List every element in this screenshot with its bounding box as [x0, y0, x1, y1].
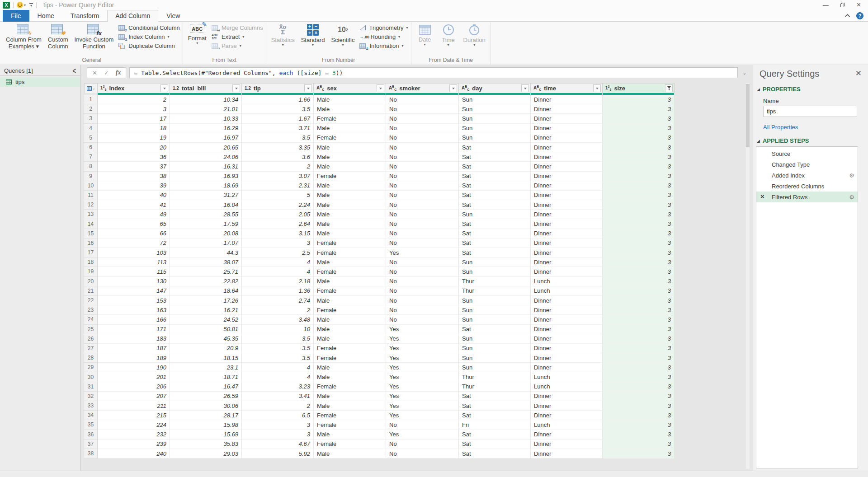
grid-cell[interactable]: No — [386, 143, 459, 152]
grid-cell[interactable]: 21.01 — [170, 104, 242, 114]
grid-cell[interactable]: Female — [314, 440, 386, 449]
grid-cell[interactable]: Female — [314, 420, 386, 430]
grid-cell[interactable]: 50.81 — [170, 325, 242, 334]
grid-cell[interactable]: Sun — [459, 124, 531, 133]
grid-cell[interactable]: 18.69 — [170, 181, 242, 191]
grid-cell[interactable]: 17.59 — [170, 219, 242, 229]
grid-cell[interactable]: 3 — [98, 104, 170, 114]
grid-cell[interactable]: 147 — [98, 286, 170, 296]
grid-cell[interactable]: Sat — [459, 143, 531, 152]
grid-cell[interactable]: No — [386, 277, 459, 286]
grid-cell[interactable]: 3 — [242, 420, 314, 430]
grid-cell[interactable]: 3 — [603, 286, 675, 296]
column-header-index[interactable]: 123Index — [98, 83, 170, 93]
grid-cell[interactable]: 3 — [603, 162, 675, 171]
scrollbar-thumb[interactable] — [746, 84, 750, 147]
row-number[interactable]: 32 — [84, 392, 98, 401]
restore-button[interactable] — [840, 3, 845, 7]
grid-cell[interactable]: 20.65 — [170, 143, 242, 152]
grid-cell[interactable]: Male — [314, 210, 386, 219]
grid-cell[interactable]: Sun — [459, 305, 531, 315]
grid-cell[interactable]: 3 — [603, 372, 675, 382]
extract-button[interactable]: ABC123Extract▾ — [212, 33, 263, 40]
quick-access-toolbar-dropdown[interactable]: ▾ — [29, 3, 33, 7]
grid-cell[interactable]: 2.18 — [242, 277, 314, 286]
grid-cell[interactable]: 3 — [242, 430, 314, 440]
grid-cell[interactable]: 30.06 — [170, 401, 242, 411]
grid-cell[interactable]: 3.6 — [242, 152, 314, 162]
grid-cell[interactable]: Sat — [459, 152, 531, 162]
grid-cell[interactable]: Sat — [459, 229, 531, 238]
grid-cell[interactable]: 3 — [603, 219, 675, 229]
grid-cell[interactable]: 2.64 — [242, 219, 314, 229]
grid-cell[interactable]: Dinner — [531, 411, 603, 420]
grid-cell[interactable]: Dinner — [531, 363, 603, 372]
grid-cell[interactable]: 4 — [242, 267, 314, 276]
grid-cell[interactable]: 3 — [603, 401, 675, 411]
commit-formula-icon[interactable]: ✓ — [104, 70, 109, 76]
grid-cell[interactable]: 16.29 — [170, 124, 242, 133]
grid-cell[interactable]: No — [386, 172, 459, 181]
grid-cell[interactable]: 3 — [603, 95, 675, 104]
row-number[interactable]: 18 — [84, 257, 98, 267]
grid-cell[interactable]: 2.5 — [242, 248, 314, 257]
grid-cell[interactable]: Sat — [459, 219, 531, 229]
filter-dropdown-button[interactable] — [160, 84, 168, 92]
grid-cell[interactable]: Female — [314, 238, 386, 248]
index-column-button[interactable]: 1Index Column▾ — [118, 33, 179, 40]
row-number[interactable]: 19 — [84, 267, 98, 276]
grid-cell[interactable]: Male — [314, 372, 386, 382]
select-all-corner-button[interactable]: ⌄ — [84, 83, 98, 93]
grid-cell[interactable]: Female — [314, 133, 386, 143]
row-number[interactable]: 21 — [84, 286, 98, 296]
grid-cell[interactable]: 15.98 — [170, 420, 242, 430]
grid-cell[interactable]: 3 — [603, 334, 675, 344]
grid-cell[interactable]: 3 — [603, 430, 675, 440]
grid-cell[interactable]: 16.93 — [170, 172, 242, 181]
collapse-properties-icon[interactable]: ◢ — [757, 87, 760, 92]
grid-cell[interactable]: 44.3 — [170, 248, 242, 257]
filter-dropdown-button[interactable] — [232, 84, 240, 92]
grid-cell[interactable]: 3 — [603, 172, 675, 181]
grid-cell[interactable]: No — [386, 305, 459, 315]
grid-cell[interactable]: 6.5 — [242, 411, 314, 420]
grid-cell[interactable]: 45.35 — [170, 334, 242, 344]
grid-cell[interactable]: Male — [314, 363, 386, 372]
delete-step-icon[interactable]: × — [760, 193, 764, 200]
grid-cell[interactable]: 38.07 — [170, 257, 242, 267]
grid-cell[interactable]: Male — [314, 430, 386, 440]
grid-cell[interactable]: 3.15 — [242, 229, 314, 238]
grid-cell[interactable]: Male — [314, 95, 386, 104]
grid-cell[interactable]: No — [386, 104, 459, 114]
grid-cell[interactable]: Sat — [459, 392, 531, 401]
grid-cell[interactable]: 3 — [603, 353, 675, 363]
row-number[interactable]: 37 — [84, 440, 98, 449]
grid-cell[interactable]: Dinner — [531, 267, 603, 276]
grid-cell[interactable]: No — [386, 449, 459, 458]
grid-cell[interactable]: Dinner — [531, 114, 603, 123]
grid-cell[interactable]: 3 — [603, 143, 675, 152]
duplicate-column-button[interactable]: Duplicate Column — [118, 42, 179, 49]
grid-cell[interactable]: Male — [314, 257, 386, 267]
tab-file[interactable]: File — [3, 10, 29, 22]
grid-cell[interactable]: No — [386, 219, 459, 229]
grid-cell[interactable]: 17.26 — [170, 296, 242, 305]
grid-cell[interactable]: 20.08 — [170, 229, 242, 238]
grid-cell[interactable]: Male — [314, 449, 386, 458]
grid-cell[interactable]: 10.34 — [170, 95, 242, 104]
grid-cell[interactable]: 3.35 — [242, 143, 314, 152]
grid-cell[interactable]: 3 — [603, 382, 675, 392]
trigonometry-button[interactable]: Trigonometry▾ — [359, 24, 408, 31]
row-number[interactable]: 31 — [84, 382, 98, 392]
grid-cell[interactable]: 3 — [603, 277, 675, 286]
grid-cell[interactable]: 1.67 — [242, 114, 314, 123]
grid-cell[interactable]: 5.92 — [242, 449, 314, 458]
tab-add-column[interactable]: Add Column — [107, 10, 158, 22]
grid-cell[interactable]: 3 — [603, 420, 675, 430]
grid-cell[interactable]: 3 — [603, 133, 675, 143]
row-number[interactable]: 30 — [84, 372, 98, 382]
column-header-time[interactable]: ABCtime — [531, 83, 603, 93]
grid-cell[interactable]: Dinner — [531, 152, 603, 162]
grid-cell[interactable]: 3.07 — [242, 172, 314, 181]
grid-cell[interactable]: 5 — [242, 191, 314, 200]
